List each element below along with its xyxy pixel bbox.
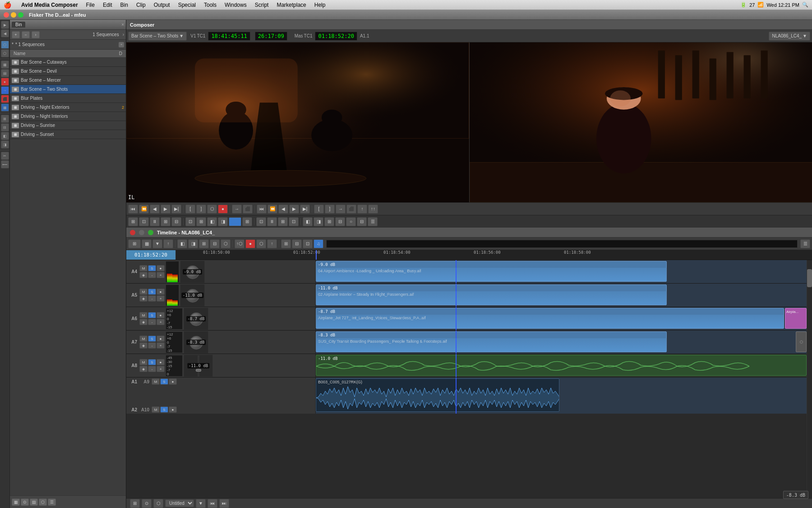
sequence-selector[interactable]: Bar Scene – Two Shots ▼ bbox=[128, 32, 187, 41]
tool-btn-11[interactable]: ⊞ bbox=[1, 115, 9, 123]
r-rewind[interactable]: ⏪ bbox=[268, 205, 277, 214]
tl-tool-10[interactable]: ● bbox=[245, 239, 255, 248]
menu-file[interactable]: File bbox=[83, 1, 98, 9]
tool-btn-1[interactable]: ▶ bbox=[1, 21, 9, 29]
tl-maximize-btn[interactable] bbox=[148, 230, 153, 235]
r-goto-start[interactable]: ⏮ bbox=[257, 205, 267, 214]
a5-mute[interactable]: M bbox=[139, 289, 148, 295]
tc2-btn-5[interactable]: ⊟ bbox=[171, 217, 181, 226]
menu-script[interactable]: Script bbox=[251, 1, 272, 9]
tc2-btn-2[interactable]: ⊡ bbox=[139, 217, 149, 226]
tl-tool-menu[interactable]: ☰ bbox=[800, 239, 810, 248]
tl-bottom-btn-2[interactable]: ⊙ bbox=[142, 499, 152, 508]
tc2-btn-16[interactable]: ◧ bbox=[303, 217, 313, 226]
tc2-btn-7[interactable]: ⊞ bbox=[196, 217, 206, 226]
bin-item-8[interactable]: ▦ Driving – Sunset bbox=[10, 130, 126, 139]
tool-btn-2[interactable]: ◀ bbox=[1, 29, 9, 37]
sequences-close-btn[interactable]: × bbox=[119, 42, 124, 47]
bin-bottom-btn-2[interactable]: ⊙ bbox=[21, 499, 29, 506]
menu-help[interactable]: Help bbox=[311, 1, 329, 9]
a8-fader[interactable]: -11.0 dB bbox=[184, 354, 213, 377]
menu-clip[interactable]: Clip bbox=[133, 1, 149, 9]
menu-bin[interactable]: Bin bbox=[117, 1, 132, 9]
tc2-btn-6[interactable]: ⊡ bbox=[185, 217, 195, 226]
r-extract[interactable]: ↑↑ bbox=[368, 205, 378, 214]
tl-tool-8[interactable]: ⊟ bbox=[210, 239, 220, 248]
a7-knob[interactable]: -8.3 dB bbox=[184, 331, 208, 354]
menu-output[interactable]: Output bbox=[150, 1, 174, 9]
bin-item-0[interactable]: ▦ Bar Scene – Cutaways bbox=[10, 58, 126, 67]
tool-btn-10[interactable]: ▦ bbox=[1, 103, 9, 112]
bin-item-5[interactable]: ▦ Driving – Night Exteriors 2 bbox=[10, 103, 126, 112]
bin-new-btn[interactable]: + bbox=[12, 31, 20, 38]
mark-out-btn[interactable]: ] bbox=[196, 205, 206, 214]
tc2-btn-17[interactable]: ◨ bbox=[314, 217, 323, 226]
a5-solo[interactable]: S bbox=[148, 289, 156, 295]
tool-btn-9[interactable]: ⬛ bbox=[1, 95, 9, 103]
a7-monitor[interactable]: ◈ bbox=[139, 342, 148, 349]
bin-bottom-btn-3[interactable]: ▤ bbox=[30, 499, 38, 506]
rewind-fast-btn[interactable]: ⏪ bbox=[139, 205, 149, 214]
tool-btn-3[interactable]: ⬡ bbox=[1, 41, 9, 49]
source-monitor[interactable]: IL bbox=[126, 42, 470, 202]
bin-item-7[interactable]: ▦ Driving – Sunrise bbox=[10, 121, 126, 130]
bin-bottom-btn-4[interactable]: ⬡ bbox=[39, 499, 47, 506]
bin-bottom-btn-1[interactable]: ▦ bbox=[12, 499, 20, 506]
r-play[interactable]: ▶ bbox=[289, 205, 299, 214]
tool-btn-8[interactable]: → bbox=[1, 86, 9, 94]
tc2-btn-20[interactable]: ○ bbox=[346, 217, 356, 226]
tl-bottom-btn-5[interactable]: ⏮ bbox=[208, 499, 217, 508]
a8-record[interactable]: ● bbox=[157, 359, 165, 365]
a5-vol-up[interactable]: + bbox=[157, 295, 165, 302]
tl-minimize-btn[interactable] bbox=[139, 230, 144, 235]
bin-list[interactable]: ▦ Bar Scene – Cutaways ▦ Bar Scene – Dev… bbox=[10, 58, 126, 495]
a7-vol-down[interactable]: - bbox=[148, 342, 156, 349]
tl-bottom-btn-3[interactable]: ⬡ bbox=[153, 499, 163, 508]
mark-in-btn[interactable]: [ bbox=[185, 205, 195, 214]
a9-mute[interactable]: M bbox=[152, 378, 160, 385]
track-content-a9[interactable]: B003_C005_0127RK(G) bbox=[316, 378, 807, 414]
overwrite-btn[interactable]: ⬛ bbox=[243, 205, 253, 214]
tc2-btn-15[interactable]: ⊡ bbox=[289, 217, 299, 226]
tc2-btn-9[interactable]: ◨ bbox=[218, 217, 228, 226]
a5-monitor[interactable]: ◈ bbox=[139, 295, 148, 302]
bin-item-1[interactable]: ▦ Bar Scene – Devil bbox=[10, 67, 126, 76]
a6-vol-down[interactable]: - bbox=[148, 319, 156, 325]
a10-solo[interactable]: S bbox=[160, 406, 168, 413]
tool-btn-15[interactable]: ✂ bbox=[1, 152, 9, 160]
tl-tool-9[interactable]: ⬡ bbox=[221, 239, 231, 248]
sequence-name-selector[interactable]: NLA086_LC4_ ▼ bbox=[769, 32, 810, 41]
a8-vol-up[interactable]: + bbox=[157, 366, 165, 372]
bin-item-6[interactable]: ▦ Driving – Night Interiors bbox=[10, 112, 126, 121]
tool-btn-7[interactable]: ● bbox=[1, 78, 9, 86]
tc2-btn-19[interactable]: ⊟ bbox=[335, 217, 345, 226]
tl-tool-15[interactable]: ⊡ bbox=[303, 239, 313, 248]
tl-tool-lift[interactable]: ↑⬡ bbox=[235, 239, 245, 248]
step-back-btn[interactable]: ◀ bbox=[150, 205, 160, 214]
a6-mute[interactable]: M bbox=[139, 312, 148, 318]
menu-windows[interactable]: Windows bbox=[221, 1, 250, 9]
a6-record[interactable]: ● bbox=[157, 312, 165, 318]
a8-clip[interactable]: -11.0 dB bbox=[316, 355, 807, 376]
tc2-btn-4[interactable]: ⊞ bbox=[161, 217, 171, 226]
r-splice[interactable]: → bbox=[336, 205, 346, 214]
a9-record[interactable]: ● bbox=[169, 378, 177, 385]
tool-btn-12[interactable]: ⊟ bbox=[1, 123, 9, 131]
tc2-btn-1[interactable]: ⊞ bbox=[128, 217, 138, 226]
tc2-btn-18[interactable]: ⊞ bbox=[324, 217, 334, 226]
tl-tool-1[interactable]: ⊞ bbox=[128, 239, 141, 248]
a4-vol-down[interactable]: - bbox=[148, 272, 156, 278]
a10-mute[interactable]: M bbox=[152, 406, 160, 413]
tc2-btn-12[interactable]: ⊡ bbox=[256, 217, 266, 226]
r-step-fwd[interactable]: ▶| bbox=[300, 205, 310, 214]
tl-bottom-btn-4[interactable]: ▼ bbox=[196, 499, 206, 508]
r-overwrite[interactable]: ⬛ bbox=[346, 205, 356, 214]
track-content-a6[interactable]: -8.7 dB Airplane_Jet 727_ Int_Landing_Vo… bbox=[316, 307, 807, 330]
minimize-button[interactable] bbox=[11, 12, 16, 18]
a8-solo[interactable]: S bbox=[148, 359, 156, 365]
tool-btn-6[interactable]: ▤ bbox=[1, 69, 9, 77]
tl-tool-4[interactable]: ↑ bbox=[163, 239, 173, 248]
tl-tool-5[interactable]: ◧ bbox=[177, 239, 187, 248]
a6-clip-end[interactable]: Airpla... bbox=[785, 308, 807, 329]
r-step-back[interactable]: ◀ bbox=[278, 205, 288, 214]
